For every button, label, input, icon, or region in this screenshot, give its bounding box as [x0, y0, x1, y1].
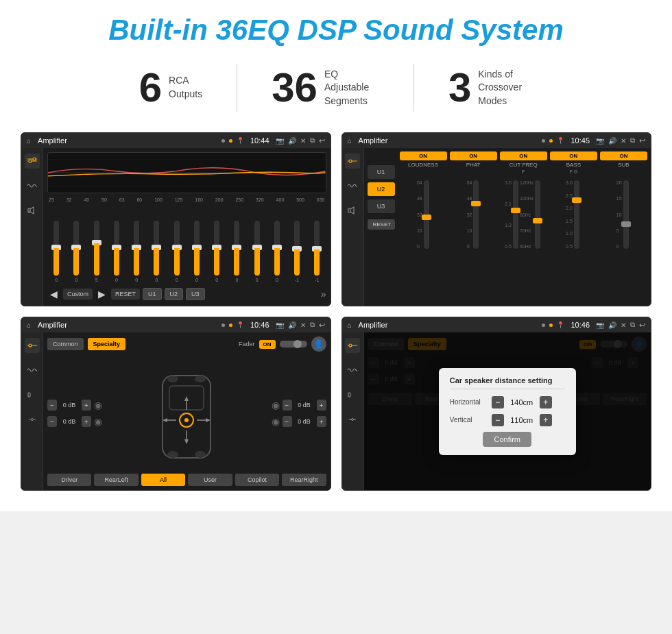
back-icon-fader[interactable]: ↩ [319, 321, 325, 330]
eq-track-2[interactable] [73, 221, 79, 276]
phat-track[interactable] [473, 180, 479, 249]
eq-track-12[interactable] [274, 221, 280, 276]
eq-track-9[interactable] [214, 221, 219, 276]
eq-u3-btn[interactable]: U3 [186, 288, 205, 300]
sidebar-speaker-fader[interactable] [25, 387, 40, 402]
volume-icon-eq[interactable]: 🔊 [288, 137, 296, 145]
driver-btn[interactable]: Driver [47, 474, 91, 486]
user-btn[interactable]: User [188, 474, 232, 486]
eq-track-4[interactable] [114, 221, 119, 276]
all-btn[interactable]: All [141, 474, 185, 486]
volume-icon-dist[interactable]: 🔊 [608, 321, 616, 329]
cutfreq-track2[interactable] [535, 180, 540, 249]
sidebar-wave-dist[interactable] [345, 363, 360, 378]
u3-preset-btn[interactable]: U3 [368, 199, 395, 213]
dist-home-icon[interactable]: ⌂ [348, 321, 352, 329]
home-icon[interactable]: ⌂ [27, 137, 31, 145]
sidebar-cross-dist[interactable] [345, 412, 360, 427]
sidebar-wave-fader[interactable] [25, 363, 40, 378]
specialty-tab-btn[interactable]: Specialty [88, 338, 126, 350]
loudness-handle[interactable] [422, 215, 431, 220]
rl-plus-btn[interactable]: + [82, 416, 91, 427]
eq-track-11[interactable] [254, 221, 260, 276]
fr-minus-btn[interactable]: − [283, 400, 292, 411]
eq-next-btn[interactable]: ▶ [95, 289, 108, 300]
confirm-button[interactable]: Confirm [483, 432, 531, 447]
cutfreq-on-btn[interactable]: ON [500, 151, 547, 160]
sidebar-cross-fader[interactable] [25, 412, 40, 427]
rearright-btn[interactable]: RearRight [282, 474, 326, 486]
sidebar-wave-icon[interactable] [25, 178, 40, 193]
fader-slider-handle[interactable] [293, 340, 302, 348]
camera-icon-fader[interactable]: 📷 [276, 321, 284, 329]
eq-track-1[interactable] [53, 221, 59, 276]
sidebar-speaker-cross[interactable] [345, 203, 360, 218]
sub-handle[interactable] [621, 221, 631, 227]
copy-icon-cross[interactable]: ⧉ [630, 136, 635, 145]
eq-track-14[interactable] [314, 221, 320, 276]
rearleft-btn[interactable]: RearLeft [94, 474, 138, 486]
sidebar-wave-cross[interactable] [345, 178, 360, 193]
phat-handle[interactable] [471, 201, 481, 206]
eq-track-7[interactable] [174, 221, 180, 276]
profile-icon[interactable]: 👤 [311, 337, 326, 352]
sub-track[interactable] [623, 180, 629, 249]
phat-on-btn[interactable]: ON [450, 151, 497, 160]
fl-plus-btn[interactable]: + [82, 400, 91, 411]
eq-u1-btn[interactable]: U1 [143, 288, 162, 300]
loudness-track[interactable] [424, 180, 429, 249]
rl-minus-btn[interactable]: − [47, 416, 57, 427]
cutfreq-handle1[interactable] [511, 208, 520, 213]
u2-preset-btn[interactable]: U2 [368, 182, 395, 196]
close-icon-cross[interactable]: ✕ [621, 137, 626, 145]
eq-reset-btn[interactable]: RESET [111, 289, 140, 300]
fader-slider[interactable] [280, 341, 307, 348]
copy-icon-dist[interactable]: ⧉ [630, 321, 635, 329]
fl-minus-btn[interactable]: − [47, 400, 57, 411]
horizontal-minus-btn[interactable]: − [492, 396, 504, 409]
bass-track1[interactable] [574, 180, 579, 249]
volume-icon-cross[interactable]: 🔊 [608, 137, 616, 145]
rr-plus-btn[interactable]: + [317, 416, 326, 427]
fader-home-icon[interactable]: ⌂ [27, 321, 31, 329]
sidebar-speaker-icon[interactable] [25, 203, 40, 218]
vertical-plus-btn[interactable]: + [540, 414, 552, 426]
cutfreq-handle2[interactable] [533, 218, 542, 223]
crossover-reset-btn[interactable]: RESET [368, 219, 395, 230]
sidebar-speaker-dist[interactable] [345, 387, 360, 402]
crossover-home-icon[interactable]: ⌂ [348, 137, 352, 145]
camera-icon-cross[interactable]: 📷 [596, 137, 604, 145]
back-icon-eq[interactable]: ↩ [319, 136, 325, 145]
eq-track-5[interactable] [134, 221, 139, 276]
common-tab-btn[interactable]: Common [47, 338, 84, 350]
eq-prev-btn[interactable]: ◀ [47, 289, 60, 300]
camera-icon-dist[interactable]: 📷 [596, 321, 604, 329]
fader-on-btn[interactable]: ON [259, 340, 276, 349]
back-icon-dist[interactable]: ↩ [639, 321, 645, 330]
eq-custom-btn[interactable]: Custom [63, 289, 93, 300]
eq-track-6[interactable] [154, 221, 159, 276]
copy-icon-eq[interactable]: ⧉ [310, 136, 315, 145]
eq-track-10[interactable] [234, 221, 239, 276]
cutfreq-track1[interactable] [513, 180, 518, 249]
camera-icon-eq[interactable]: 📷 [276, 137, 284, 145]
more-icon[interactable]: » [321, 289, 326, 300]
volume-icon-fader[interactable]: 🔊 [288, 321, 296, 329]
copy-icon-fader[interactable]: ⧉ [310, 321, 315, 329]
copilot-btn[interactable]: Copilot [235, 474, 279, 486]
sidebar-eq-icon[interactable] [25, 154, 40, 169]
vertical-minus-btn[interactable]: − [492, 414, 504, 426]
close-icon-eq[interactable]: ✕ [300, 137, 306, 145]
loudness-on-btn[interactable]: ON [400, 151, 447, 160]
sidebar-eq-dist[interactable] [345, 338, 360, 353]
close-icon-dist[interactable]: ✕ [621, 321, 626, 329]
sub-on-btn[interactable]: ON [600, 151, 647, 160]
bass-on-btn[interactable]: ON [550, 151, 597, 160]
eq-track-3[interactable] [94, 221, 99, 276]
bass-handle1[interactable] [572, 197, 581, 203]
eq-track-8[interactable] [194, 221, 200, 276]
u1-preset-btn[interactable]: U1 [368, 165, 395, 179]
back-icon-cross[interactable]: ↩ [639, 136, 645, 145]
sidebar-eq-fader[interactable] [25, 338, 40, 353]
eq-track-13[interactable] [294, 221, 300, 276]
